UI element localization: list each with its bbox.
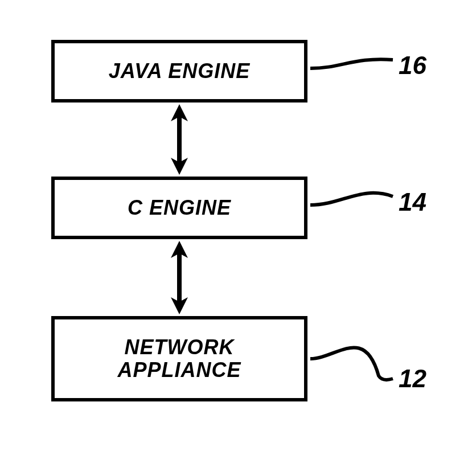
box-network-appliance-label: NETWORK APPLIANCE bbox=[117, 336, 241, 381]
svg-marker-2 bbox=[171, 158, 188, 175]
leader-16 bbox=[310, 59, 393, 68]
box-java-engine: JAVA ENGINE bbox=[51, 40, 307, 102]
box-c-engine: C ENGINE bbox=[51, 177, 307, 239]
arrow-middle-bottom bbox=[171, 241, 188, 314]
box-c-engine-label: C ENGINE bbox=[128, 196, 231, 219]
ref-java-engine: 16 bbox=[399, 51, 426, 80]
diagram-canvas: JAVA ENGINE 16 C ENGINE 14 NETWORK APPLI… bbox=[0, 0, 476, 451]
leader-12 bbox=[310, 347, 393, 379]
ref-network-appliance: 12 bbox=[399, 364, 426, 393]
svg-marker-5 bbox=[171, 297, 188, 314]
ref-c-engine: 14 bbox=[399, 188, 426, 216]
svg-marker-1 bbox=[171, 104, 188, 121]
leader-14 bbox=[310, 193, 393, 205]
svg-marker-4 bbox=[171, 241, 188, 258]
box-java-engine-label: JAVA ENGINE bbox=[109, 60, 250, 83]
arrow-top-middle bbox=[171, 104, 188, 175]
box-network-appliance: NETWORK APPLIANCE bbox=[51, 316, 307, 401]
